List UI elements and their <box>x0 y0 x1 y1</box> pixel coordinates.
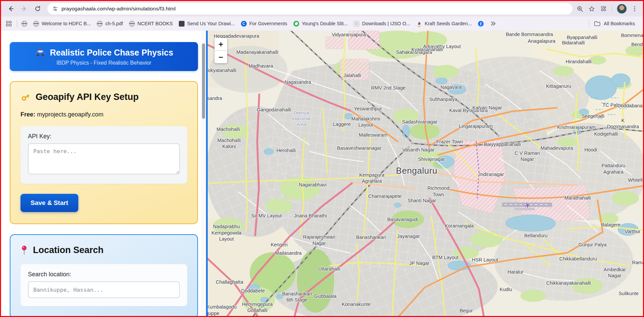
map-canvas[interactable]: HeggadadevanapuraVidyaranyapuraSahakaran… <box>206 31 643 316</box>
map-place-label: Gubbalala <box>314 293 336 299</box>
map-place-label: Laggere <box>333 121 351 127</box>
profile-avatar[interactable] <box>617 4 627 14</box>
bookmarks-overflow-chevron-icon[interactable] <box>490 21 496 26</box>
sidebar-scrollbar-thumb[interactable] <box>202 43 205 119</box>
reload-button[interactable] <box>32 3 43 14</box>
map-place-label: Chikkanayakanahalli <box>546 280 591 286</box>
extensions-icon[interactable] <box>600 5 607 12</box>
map-place-label: Haralur <box>508 269 524 275</box>
zoom-page-icon[interactable] <box>576 5 583 12</box>
bookmark-favicon <box>33 21 39 27</box>
bookmark-item[interactable] <box>18 19 30 28</box>
map-place-label: Pattanduru Agrahara <box>601 163 625 175</box>
site-settings-icon[interactable] <box>52 6 58 12</box>
browser-window: prayogashaala.com/wp-admin/simulations/f… <box>0 0 644 317</box>
map-place-label: Byappanahalli <box>567 34 597 40</box>
map-place-label: Kodigehalli <box>594 131 618 137</box>
map-place-label: RMV 2nd Stage <box>371 85 405 91</box>
bookmark-item[interactable]: Young's Double Slit... <box>290 19 351 28</box>
api-key-panel: API Key: <box>21 126 187 184</box>
forward-button[interactable] <box>18 3 30 14</box>
api-setup-title: Geoapify API Key Setup <box>36 92 139 102</box>
map-place-label: Kengeri <box>271 242 287 248</box>
bookmark-item[interactable]: For Governments <box>238 19 290 28</box>
bookmark-item[interactable]: Kraft Seeds Garden... <box>413 19 475 28</box>
map-place-label: Banashankari 6th Stage <box>282 291 312 303</box>
map-place-label: Doddabele <box>241 287 265 293</box>
menu-kebab-icon[interactable] <box>632 5 638 12</box>
map-place-label: K Dommasandra <box>607 117 639 129</box>
all-bookmarks-button[interactable]: All Bookmarks <box>591 19 638 28</box>
map-place-label: Yeswanthpur <box>354 105 382 111</box>
map-place-label: Bommenahalli <box>621 32 643 38</box>
bookmark-favicon <box>478 21 484 27</box>
all-bookmarks-label: All Bookmarks <box>604 21 635 26</box>
map-place-label: Kempapura Agrahara <box>359 172 385 184</box>
map-place-label: Koramangala <box>445 223 474 229</box>
zoom-in-button[interactable]: + <box>214 38 227 50</box>
map-place-label: Mahalakshmi Layout <box>351 116 380 128</box>
api-key-input[interactable] <box>28 143 180 174</box>
map-place-label: Bellanduru <box>524 233 548 239</box>
map-place-label: Bendiganahalli <box>631 41 643 47</box>
bookmark-favicon <box>241 21 247 27</box>
map-place-label: Gunjur Palya <box>578 242 607 248</box>
map-place-label: Lingarajapuram <box>459 123 493 129</box>
map-place-label: Ramanahalli <box>632 259 643 266</box>
map-place-label: Nagarabhavi <box>299 182 326 188</box>
folder-icon <box>594 21 601 27</box>
location-search-card: Location Search Search location: <box>10 234 198 316</box>
url-bar[interactable]: prayogashaala.com/wp-admin/simulations/f… <box>47 3 572 14</box>
map-place-label: Banashankari <box>356 234 386 240</box>
map-place-label: Vidyaranyapura <box>332 32 366 38</box>
map-place-label: Uttarahalli <box>318 266 340 272</box>
map-place-label: Malleswaram <box>359 132 387 138</box>
location-search-title: Location Search <box>33 245 104 255</box>
map-place-label: Begur <box>460 308 473 314</box>
free-signup-line: Free: myprojects.geoapify.com <box>21 111 187 118</box>
location-search-input[interactable] <box>28 281 180 298</box>
bookmark-item[interactable]: Send Us Your Drawi... <box>176 19 238 28</box>
apps-grid-icon[interactable] <box>6 21 12 27</box>
free-value: myprojects.geoapify.com <box>37 111 104 118</box>
map-place-label: Hirandahalli <box>566 59 592 65</box>
toolbar-divider <box>612 5 612 12</box>
bookmark-star-icon[interactable] <box>588 5 595 12</box>
map-place-label: Seegehalli <box>581 113 604 119</box>
map-place-label: Gangodanahalli <box>257 107 291 113</box>
bookmark-item[interactable]: ch-5.pdf <box>94 19 126 28</box>
save-start-button[interactable]: Save & Start <box>21 194 78 212</box>
map-place-label: Basavanagudi <box>387 216 418 222</box>
map-place-label: Jalahalli <box>344 72 361 78</box>
map-place-label: Frazer Town <box>436 139 463 145</box>
bookmark-item[interactable] <box>475 19 487 28</box>
toolbar-actions <box>576 4 639 14</box>
bookmarks-list: Welcome to HDFC B... ch-5.pdf NCERT BOOK… <box>18 19 487 28</box>
bookmark-item[interactable]: NCERT BOOKS <box>126 19 176 28</box>
map-place-label: Richmond Town <box>428 185 449 197</box>
api-key-label: API Key: <box>28 133 180 140</box>
page-content: Realistic Police Chase Physics IBDP Phys… <box>1 31 643 316</box>
map-place-label: Baiyyappanahalli <box>484 141 521 147</box>
police-car-icon <box>35 49 46 57</box>
map-place-label: Balagere <box>601 222 620 228</box>
map-place-label: Vasanth Nagar <box>402 147 435 153</box>
back-button[interactable] <box>5 3 16 14</box>
bookmark-item[interactable]: Downloads | IJSO O... <box>351 19 413 28</box>
bookmark-item[interactable]: Welcome to HDFC B... <box>30 19 94 28</box>
map-place-label: Nagavara <box>440 84 461 90</box>
map-place-label: Kaval Byrasandra <box>449 107 487 113</box>
map-place-label: Jnana Bharathi <box>294 213 327 219</box>
zoom-out-button[interactable]: − <box>214 50 227 63</box>
url-text: prayogashaala.com/wp-admin/simulations/f… <box>62 6 175 12</box>
bookmark-favicon <box>22 21 27 27</box>
map-place-label: Kudlu <box>500 286 512 292</box>
sidebar-scrollbar[interactable] <box>201 31 206 316</box>
map-place-label: Machohalli <box>216 126 240 132</box>
map-place-label: Arkavathy Layout <box>423 43 461 49</box>
bookmark-favicon <box>293 21 299 27</box>
map-place-label: Basaveshwaranagar <box>337 145 381 151</box>
map-place-label: Sadashivanagar <box>402 118 437 125</box>
map-place-label: Shanti Nagar <box>408 197 436 203</box>
map-place-label: Kyalasanahalli <box>411 46 443 52</box>
